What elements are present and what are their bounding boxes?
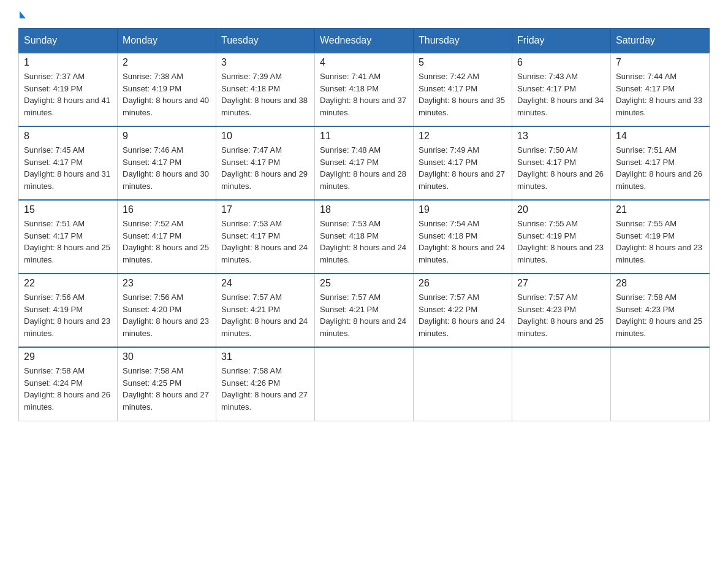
calendar-cell: 19 Sunrise: 7:54 AMSunset: 4:18 PMDaylig… — [414, 200, 512, 274]
calendar-cell — [414, 347, 512, 421]
day-detail: Sunrise: 7:54 AMSunset: 4:18 PMDaylight:… — [419, 218, 507, 266]
day-detail: Sunrise: 7:46 AMSunset: 4:17 PMDaylight:… — [123, 144, 211, 192]
day-of-week-header-saturday: Saturday — [611, 29, 710, 53]
calendar-cell: 24 Sunrise: 7:57 AMSunset: 4:21 PMDaylig… — [216, 274, 315, 347]
day-number: 21 — [616, 204, 704, 215]
calendar-cell — [611, 347, 710, 421]
logo-arrow-icon — [20, 11, 26, 18]
calendar-cell: 14 Sunrise: 7:51 AMSunset: 4:17 PMDaylig… — [611, 126, 710, 200]
day-detail: Sunrise: 7:50 AMSunset: 4:17 PMDaylight:… — [517, 144, 605, 192]
day-number: 1 — [24, 57, 112, 68]
day-number: 15 — [24, 204, 112, 215]
calendar-cell: 1 Sunrise: 7:37 AMSunset: 4:19 PMDayligh… — [19, 53, 118, 126]
calendar-cell: 28 Sunrise: 7:58 AMSunset: 4:23 PMDaylig… — [611, 274, 710, 347]
day-number: 22 — [24, 278, 112, 289]
day-detail: Sunrise: 7:51 AMSunset: 4:17 PMDaylight:… — [616, 144, 704, 192]
day-of-week-header-wednesday: Wednesday — [315, 29, 414, 53]
calendar-cell: 6 Sunrise: 7:43 AMSunset: 4:17 PMDayligh… — [512, 53, 611, 126]
calendar-cell: 9 Sunrise: 7:46 AMSunset: 4:17 PMDayligh… — [118, 126, 216, 200]
day-detail: Sunrise: 7:53 AMSunset: 4:17 PMDaylight:… — [221, 218, 309, 266]
calendar-cell: 13 Sunrise: 7:50 AMSunset: 4:17 PMDaylig… — [512, 126, 611, 200]
day-number: 26 — [419, 278, 507, 289]
day-number: 7 — [616, 57, 704, 68]
day-number: 23 — [123, 278, 211, 289]
calendar-cell: 25 Sunrise: 7:57 AMSunset: 4:21 PMDaylig… — [315, 274, 414, 347]
day-number: 18 — [320, 204, 408, 215]
day-number: 12 — [419, 131, 507, 142]
calendar-cell: 3 Sunrise: 7:39 AMSunset: 4:18 PMDayligh… — [216, 53, 315, 126]
day-detail: Sunrise: 7:57 AMSunset: 4:23 PMDaylight:… — [517, 291, 605, 339]
calendar-cell: 18 Sunrise: 7:53 AMSunset: 4:18 PMDaylig… — [315, 200, 414, 274]
day-number: 5 — [419, 57, 507, 68]
calendar-week-row: 1 Sunrise: 7:37 AMSunset: 4:19 PMDayligh… — [19, 53, 710, 126]
days-of-week-row: SundayMondayTuesdayWednesdayThursdayFrid… — [19, 29, 710, 53]
day-detail: Sunrise: 7:55 AMSunset: 4:19 PMDaylight:… — [517, 218, 605, 266]
day-number: 4 — [320, 57, 408, 68]
day-detail: Sunrise: 7:55 AMSunset: 4:19 PMDaylight:… — [616, 218, 704, 266]
day-detail: Sunrise: 7:56 AMSunset: 4:19 PMDaylight:… — [24, 291, 112, 339]
day-of-week-header-thursday: Thursday — [414, 29, 512, 53]
day-of-week-header-sunday: Sunday — [19, 29, 118, 53]
calendar-cell: 12 Sunrise: 7:49 AMSunset: 4:17 PMDaylig… — [414, 126, 512, 200]
calendar-cell: 17 Sunrise: 7:53 AMSunset: 4:17 PMDaylig… — [216, 200, 315, 274]
calendar-cell: 7 Sunrise: 7:44 AMSunset: 4:17 PMDayligh… — [611, 53, 710, 126]
calendar-cell: 4 Sunrise: 7:41 AMSunset: 4:18 PMDayligh… — [315, 53, 414, 126]
day-detail: Sunrise: 7:52 AMSunset: 4:17 PMDaylight:… — [123, 218, 211, 266]
day-detail: Sunrise: 7:57 AMSunset: 4:22 PMDaylight:… — [419, 291, 507, 339]
calendar-cell: 29 Sunrise: 7:58 AMSunset: 4:24 PMDaylig… — [19, 347, 118, 421]
day-number: 28 — [616, 278, 704, 289]
calendar-cell — [512, 347, 611, 421]
calendar-cell: 22 Sunrise: 7:56 AMSunset: 4:19 PMDaylig… — [19, 274, 118, 347]
day-detail: Sunrise: 7:39 AMSunset: 4:18 PMDaylight:… — [221, 71, 309, 118]
day-detail: Sunrise: 7:58 AMSunset: 4:26 PMDaylight:… — [221, 365, 309, 413]
calendar-week-row: 29 Sunrise: 7:58 AMSunset: 4:24 PMDaylig… — [19, 347, 710, 421]
day-detail: Sunrise: 7:47 AMSunset: 4:17 PMDaylight:… — [221, 144, 309, 192]
day-detail: Sunrise: 7:58 AMSunset: 4:24 PMDaylight:… — [24, 365, 112, 413]
logo — [18, 12, 26, 16]
day-number: 11 — [320, 131, 408, 142]
day-number: 10 — [221, 131, 309, 142]
day-detail: Sunrise: 7:42 AMSunset: 4:17 PMDaylight:… — [419, 71, 507, 118]
calendar-cell: 31 Sunrise: 7:58 AMSunset: 4:26 PMDaylig… — [216, 347, 315, 421]
calendar-cell: 11 Sunrise: 7:48 AMSunset: 4:17 PMDaylig… — [315, 126, 414, 200]
day-detail: Sunrise: 7:56 AMSunset: 4:20 PMDaylight:… — [123, 291, 211, 339]
day-of-week-header-friday: Friday — [512, 29, 611, 53]
day-detail: Sunrise: 7:49 AMSunset: 4:17 PMDaylight:… — [419, 144, 507, 192]
day-number: 3 — [221, 57, 309, 68]
day-detail: Sunrise: 7:58 AMSunset: 4:23 PMDaylight:… — [616, 291, 704, 339]
day-number: 2 — [123, 57, 211, 68]
calendar-cell: 2 Sunrise: 7:38 AMSunset: 4:19 PMDayligh… — [118, 53, 216, 126]
day-detail: Sunrise: 7:57 AMSunset: 4:21 PMDaylight:… — [221, 291, 309, 339]
day-number: 19 — [419, 204, 507, 215]
day-detail: Sunrise: 7:57 AMSunset: 4:21 PMDaylight:… — [320, 291, 408, 339]
day-detail: Sunrise: 7:58 AMSunset: 4:25 PMDaylight:… — [123, 365, 211, 413]
calendar-cell: 15 Sunrise: 7:51 AMSunset: 4:17 PMDaylig… — [19, 200, 118, 274]
calendar-cell: 16 Sunrise: 7:52 AMSunset: 4:17 PMDaylig… — [118, 200, 216, 274]
day-of-week-header-monday: Monday — [118, 29, 216, 53]
day-number: 14 — [616, 131, 704, 142]
calendar-cell — [315, 347, 414, 421]
day-detail: Sunrise: 7:44 AMSunset: 4:17 PMDaylight:… — [616, 71, 704, 118]
day-number: 30 — [123, 351, 211, 362]
calendar-cell: 5 Sunrise: 7:42 AMSunset: 4:17 PMDayligh… — [414, 53, 512, 126]
page-header — [18, 12, 710, 16]
calendar-cell: 8 Sunrise: 7:45 AMSunset: 4:17 PMDayligh… — [19, 126, 118, 200]
day-detail: Sunrise: 7:43 AMSunset: 4:17 PMDaylight:… — [517, 71, 605, 118]
day-number: 9 — [123, 131, 211, 142]
day-detail: Sunrise: 7:41 AMSunset: 4:18 PMDaylight:… — [320, 71, 408, 118]
calendar-cell: 20 Sunrise: 7:55 AMSunset: 4:19 PMDaylig… — [512, 200, 611, 274]
calendar-cell: 30 Sunrise: 7:58 AMSunset: 4:25 PMDaylig… — [118, 347, 216, 421]
day-detail: Sunrise: 7:48 AMSunset: 4:17 PMDaylight:… — [320, 144, 408, 192]
day-number: 29 — [24, 351, 112, 362]
day-detail: Sunrise: 7:51 AMSunset: 4:17 PMDaylight:… — [24, 218, 112, 266]
day-detail: Sunrise: 7:53 AMSunset: 4:18 PMDaylight:… — [320, 218, 408, 266]
calendar-week-row: 8 Sunrise: 7:45 AMSunset: 4:17 PMDayligh… — [19, 126, 710, 200]
day-number: 16 — [123, 204, 211, 215]
calendar-cell: 23 Sunrise: 7:56 AMSunset: 4:20 PMDaylig… — [118, 274, 216, 347]
day-number: 17 — [221, 204, 309, 215]
calendar-cell: 27 Sunrise: 7:57 AMSunset: 4:23 PMDaylig… — [512, 274, 611, 347]
day-detail: Sunrise: 7:38 AMSunset: 4:19 PMDaylight:… — [123, 71, 211, 118]
calendar-cell: 26 Sunrise: 7:57 AMSunset: 4:22 PMDaylig… — [414, 274, 512, 347]
day-number: 31 — [221, 351, 309, 362]
day-detail: Sunrise: 7:37 AMSunset: 4:19 PMDaylight:… — [24, 71, 112, 118]
